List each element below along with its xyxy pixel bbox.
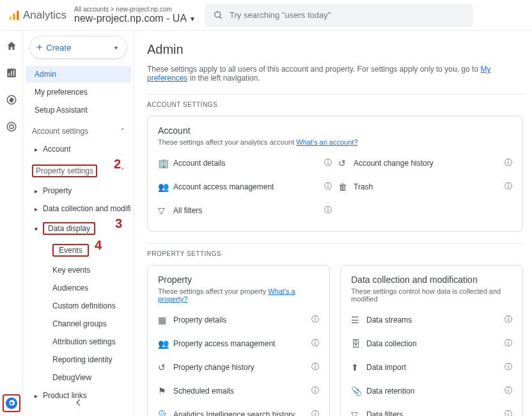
analytics-logo[interactable]: Analytics [8,9,66,22]
caret-down-icon: ▾ [114,44,118,51]
flag-icon: ⚑ [158,386,173,396]
chevron-up-icon: ˄ [121,167,125,175]
nav-audiences[interactable]: Audiences [26,280,131,296]
row-trash[interactable]: 🗑Trashⓘ [338,175,512,198]
help-icon[interactable]: ⓘ [505,385,512,396]
dropdown-caret-icon: ▼ [189,15,196,22]
row-data-collection[interactable]: 🗄Data collectionⓘ [351,332,512,355]
help-icon[interactable]: ⓘ [324,181,332,192]
help-icon[interactable]: ⓘ [311,338,319,349]
nav-my-preferences[interactable]: My preferences [26,84,131,100]
history-icon: ↺ [158,362,173,372]
nav-custom-definitions[interactable]: Custom definitions [26,298,131,314]
help-icon[interactable]: ⓘ [505,314,512,325]
sidebar-nav: + Create ▾ Admin My preferences Setup As… [23,31,134,416]
nav-attribution-settings[interactable]: Attribution settings [26,333,131,350]
svg-rect-1 [13,13,15,20]
nav-debugview[interactable]: DebugView [26,369,131,386]
row-property-details[interactable]: ▦Property detailsⓘ [158,308,319,332]
help-icon[interactable]: ⓘ [324,205,332,216]
side-rail: 1 [0,31,23,416]
row-data-streams[interactable]: ☰Data streamsⓘ [351,308,512,332]
trash-icon: 🗑 [338,182,354,192]
annotation-2: 2 [114,157,121,172]
row-account-details[interactable]: 🏢Account detailsⓘ [158,151,332,175]
card-account: Account These settings affect your analy… [147,116,523,232]
annotation-4: 4 [95,238,102,253]
row-all-filters[interactable]: ▽All filtersⓘ [158,198,332,222]
home-icon[interactable] [5,40,18,52]
advertising-icon[interactable] [5,120,18,133]
help-icon[interactable]: ⓘ [311,409,319,416]
row-account-history[interactable]: ↺Account change historyⓘ [338,151,512,175]
nav-data-collection-mod[interactable]: ▸Data collection and modification [26,200,131,217]
explore-icon[interactable] [5,93,18,106]
grid-icon: ▦ [158,315,173,325]
database-icon: 🗄 [351,339,366,349]
svg-point-3 [215,12,221,17]
nav-admin[interactable]: Admin [26,66,131,83]
reports-icon[interactable] [5,67,18,79]
brand-name: Analytics [23,9,66,22]
row-data-import[interactable]: ⬆Data importⓘ [351,355,512,379]
caret-right-icon: ▸ [35,205,38,212]
search-input[interactable] [230,10,464,20]
clip-icon: 📎 [351,386,366,396]
search-bar[interactable] [205,4,473,27]
row-property-access[interactable]: 👥Property access managementⓘ [158,332,319,355]
svg-point-11 [10,125,13,129]
help-icon[interactable]: ⓘ [505,181,512,192]
history-icon: ↺ [338,158,354,168]
caret-right-icon: ▸ [35,146,38,153]
building-icon: 🏢 [158,158,173,168]
nav-property[interactable]: ▸Property [26,182,131,199]
help-icon[interactable]: ⓘ [505,157,512,168]
streams-icon: ☰ [351,315,366,325]
help-icon[interactable]: ⓘ [311,314,319,325]
collapse-sidebar-icon[interactable] [74,398,83,407]
svg-rect-6 [8,73,10,76]
row-data-retention[interactable]: 📎Data retentionⓘ [351,379,512,403]
people-icon: 👥 [158,339,173,349]
create-button[interactable]: + Create ▾ [29,36,127,59]
search-people-icon: 🔍 [158,410,173,417]
help-icon[interactable]: ⓘ [324,157,332,168]
svg-point-10 [7,122,16,131]
annotation-3: 3 [115,216,122,231]
help-icon[interactable]: ⓘ [311,385,319,396]
admin-gear-button[interactable] [3,394,20,412]
nav-reporting-identity[interactable]: Reporting identity [26,351,131,368]
row-property-history[interactable]: ↺Property change historyⓘ [158,355,319,379]
help-icon[interactable]: ⓘ [505,338,512,349]
row-search-history[interactable]: 🔍Analytics Intelligence search historyⓘ [158,403,319,416]
help-icon[interactable]: ⓘ [505,362,512,372]
card-data-collection: Data collection and modification These s… [340,265,523,416]
filter-icon: ▽ [351,410,366,417]
nav-setup-assistant[interactable]: Setup Assistant [26,102,131,118]
plus-icon: + [36,42,42,53]
create-label: Create [46,43,71,52]
row-scheduled-emails[interactable]: ⚑Scheduled emailsⓘ [158,379,319,403]
svg-rect-0 [10,16,12,20]
nav-key-events[interactable]: Key events [26,262,131,278]
nav-account[interactable]: ▸Account [26,141,131,157]
gear-icon [6,397,17,409]
svg-line-4 [219,16,221,18]
row-account-access[interactable]: 👥Account access managementⓘ [158,175,332,198]
nav-channel-groups[interactable]: Channel groups [26,316,131,332]
caret-right-icon: ▸ [35,188,38,195]
whats-an-account-link[interactable]: What's an account? [296,138,357,146]
page-title: Admin [147,42,523,57]
breadcrumb[interactable]: All accounts > new-project.np.com new-pr… [74,6,196,24]
svg-rect-7 [11,71,12,76]
help-icon[interactable]: ⓘ [505,409,512,416]
nav-events[interactable]: Events [26,240,131,260]
row-data-filters[interactable]: ▽Data filtersⓘ [351,403,512,416]
chevron-up-icon: ˄ [121,127,125,136]
section-account-settings: ACCOUNT SETTINGS [147,94,523,108]
section-property-settings: PROPERTY SETTINGS [147,243,523,257]
help-icon[interactable]: ⓘ [311,362,319,372]
breadcrumb-path: All accounts > new-project.np.com [74,6,196,13]
main-content: Admin These settings apply to all users … [134,31,532,416]
nav-account-settings-header[interactable]: Account settings˄ [26,123,131,140]
